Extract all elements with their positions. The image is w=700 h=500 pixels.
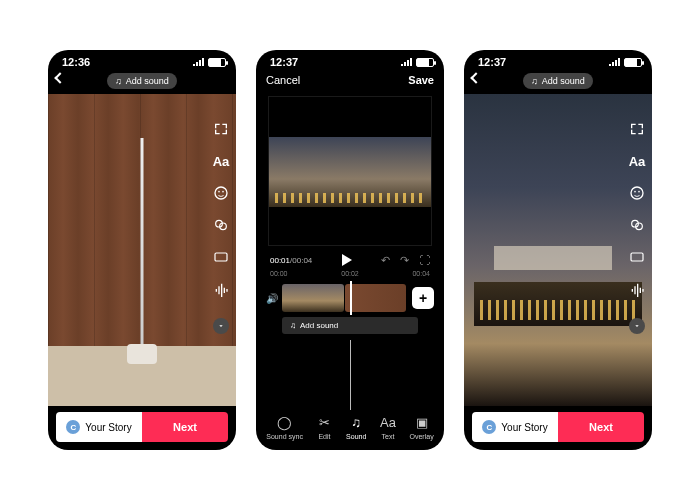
tool-text[interactable]: AaText	[379, 413, 397, 440]
status-icons	[193, 58, 226, 67]
chevron-left-icon	[54, 72, 65, 83]
signal-icon	[193, 58, 205, 66]
add-clip-button[interactable]: +	[412, 287, 434, 309]
current-time: 00:01	[270, 256, 290, 265]
next-button[interactable]: Next	[142, 412, 228, 442]
bottom-bar: C Your Story Next	[56, 412, 228, 442]
tool-label: Overlay	[410, 433, 434, 440]
flip-icon[interactable]	[628, 120, 646, 138]
music-note-icon: ♫	[531, 76, 538, 86]
redo-button[interactable]: ↷	[400, 254, 409, 267]
status-bar: 12:37	[464, 50, 652, 70]
your-story-button[interactable]: C Your Story	[472, 412, 558, 442]
signal-icon	[609, 58, 621, 66]
text-icon[interactable]: Aa	[628, 152, 646, 170]
add-sound-button[interactable]: ♫ Add sound	[523, 73, 593, 89]
back-button[interactable]	[472, 73, 480, 84]
video-preview	[48, 94, 236, 406]
tool-rail: Aa	[628, 120, 646, 334]
scissors-icon: ✂	[315, 413, 333, 431]
preview-building	[474, 246, 642, 326]
add-sound-label: Add sound	[126, 76, 169, 86]
clock: 12:37	[478, 56, 506, 68]
preview-clip	[269, 137, 431, 207]
building-lower	[474, 282, 642, 326]
tool-label: Edit	[318, 433, 330, 440]
clock: 12:36	[62, 56, 90, 68]
music-note-icon: ♫	[290, 321, 296, 330]
next-label: Next	[173, 421, 197, 433]
effects-icon[interactable]	[628, 216, 646, 234]
svg-point-1	[218, 191, 220, 193]
audio-icon[interactable]	[628, 280, 646, 298]
your-story-label: Your Story	[501, 422, 547, 433]
tool-sound[interactable]: ♫Sound	[346, 413, 366, 440]
flip-icon[interactable]	[212, 120, 230, 138]
phone-screen-1: 12:36 ♫ Add sound Aa	[48, 50, 236, 450]
expand-rail-button[interactable]	[213, 318, 229, 334]
svg-rect-5	[215, 253, 227, 261]
add-sound-label: Add sound	[300, 321, 338, 330]
audio-icon[interactable]	[212, 280, 230, 298]
chevron-left-icon	[470, 72, 481, 83]
add-sound-button[interactable]: ♫ Add sound	[107, 73, 177, 89]
clip-2[interactable]	[345, 284, 407, 312]
svg-point-0	[215, 187, 227, 199]
play-button[interactable]	[342, 254, 352, 266]
playhead[interactable]	[350, 281, 352, 315]
status-icons	[609, 58, 642, 67]
battery-icon	[208, 58, 226, 67]
soundsync-icon: ◯	[276, 413, 294, 431]
status-bar: 12:37	[256, 50, 444, 70]
preview-object-base	[127, 344, 157, 364]
cancel-button[interactable]: Cancel	[266, 74, 300, 86]
next-label: Next	[589, 421, 613, 433]
plus-icon: +	[419, 290, 427, 306]
clock: 12:37	[270, 56, 298, 68]
stickers-icon[interactable]	[212, 184, 230, 202]
sound-track[interactable]: ♫ Add sound	[282, 317, 418, 334]
save-button[interactable]: Save	[408, 74, 434, 86]
status-icons	[401, 58, 434, 67]
add-sound-label: Add sound	[542, 76, 585, 86]
tool-rail: Aa	[212, 120, 230, 334]
your-story-label: Your Story	[85, 422, 131, 433]
captions-icon[interactable]	[628, 248, 646, 266]
next-button[interactable]: Next	[558, 412, 644, 442]
tool-label: Text	[382, 433, 395, 440]
tick: 00:00	[270, 270, 288, 277]
pointer-line	[350, 340, 351, 410]
stickers-icon[interactable]	[628, 184, 646, 202]
text-icon[interactable]: Aa	[212, 152, 230, 170]
effects-icon[interactable]	[212, 216, 230, 234]
tool-soundsync[interactable]: ◯Sound sync	[266, 413, 303, 440]
your-story-button[interactable]: C Your Story	[56, 412, 142, 442]
undo-button[interactable]: ↶	[381, 254, 390, 267]
battery-icon	[624, 58, 642, 67]
avatar: C	[482, 420, 496, 434]
fullscreen-button[interactable]: ⛶	[419, 254, 430, 267]
svg-point-6	[631, 187, 643, 199]
captions-icon[interactable]	[212, 248, 230, 266]
overlay-icon: ▣	[413, 413, 431, 431]
battery-icon	[416, 58, 434, 67]
playback-controls	[342, 252, 352, 268]
tick: 00:02	[341, 270, 359, 277]
tool-label: Sound	[346, 433, 366, 440]
time-row: 00:01/00:04 ↶ ↷ ⛶	[256, 246, 444, 268]
tool-overlay[interactable]: ▣Overlay	[410, 413, 434, 440]
status-bar: 12:36	[48, 50, 236, 70]
svg-rect-11	[631, 253, 643, 261]
mute-icon[interactable]: 🔊	[266, 293, 276, 304]
timeline-track[interactable]: 🔊 +	[266, 283, 434, 313]
editor-toolbar: ◯Sound sync ✂Edit ♫Sound AaText ▣Overlay	[256, 409, 444, 444]
tool-label: Sound sync	[266, 433, 303, 440]
clip-1[interactable]	[282, 284, 344, 312]
tool-edit[interactable]: ✂Edit	[315, 413, 333, 440]
building-upper	[494, 246, 612, 270]
back-button[interactable]	[56, 73, 64, 84]
expand-rail-button[interactable]	[629, 318, 645, 334]
clips[interactable]	[282, 284, 406, 312]
tick: 00:04	[412, 270, 430, 277]
preview-lights	[275, 193, 425, 203]
